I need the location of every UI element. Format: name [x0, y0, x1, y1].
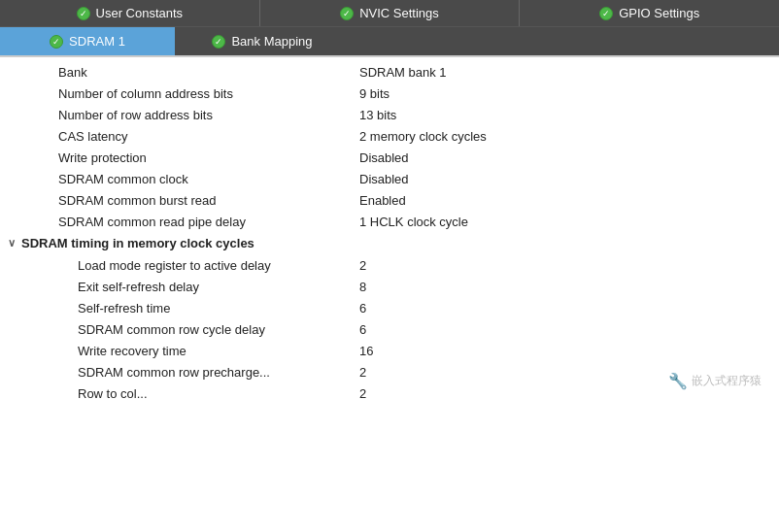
prop-label-burst-read: SDRAM common burst read: [58, 193, 359, 208]
sub-label-row-to-col: Row to col...: [78, 386, 359, 401]
sub-value-load-mode: 2: [359, 258, 366, 273]
table-row: SDRAM common read pipe delay 1 HCLK cloc…: [0, 211, 779, 232]
table-row: CAS latency 2 memory clock cycles: [0, 125, 779, 147]
table-row: SDRAM common row cycle delay 6: [0, 318, 779, 340]
sub-value-row-to-col: 2: [359, 386, 366, 401]
section-header-timing[interactable]: ∨ SDRAM timing in memory clock cycles: [0, 232, 779, 254]
prop-value-pipe-delay: 1 HCLK clock cycle: [359, 215, 468, 229]
prop-label-cas: CAS latency: [58, 129, 359, 144]
prop-value-cas: 2 memory clock cycles: [359, 129, 487, 144]
prop-value-col-bits: 9 bits: [359, 86, 390, 101]
sub-label-self-refresh-time: Self-refresh time: [78, 301, 359, 316]
tab-sdram1-label: SDRAM 1: [69, 34, 125, 49]
table-row: Number of row address bits 13 bits: [0, 104, 779, 125]
prop-value-row-bits: 13 bits: [359, 108, 396, 122]
sub-label-load-mode: Load mode register to active delay: [78, 258, 359, 273]
check-icon-user-constants: [77, 7, 90, 20]
prop-label-row-bits: Number of row address bits: [58, 108, 359, 122]
watermark-icon: 🔧: [668, 372, 688, 390]
tab-bank-mapping-label: Bank Mapping: [231, 34, 312, 49]
sub-value-self-refresh-time: 6: [359, 301, 366, 316]
sub-label-self-refresh-exit: Exit self-refresh delay: [78, 280, 359, 294]
tab-user-constants[interactable]: User Constants: [0, 0, 260, 26]
watermark-text: 嵌入式程序猿: [692, 373, 762, 389]
tab-gpio-settings-label: GPIO Settings: [619, 6, 699, 20]
table-row: Write protection Disabled: [0, 147, 779, 168]
content-area: Bank SDRAM bank 1 Number of column addre…: [0, 57, 779, 408]
watermark: 🔧 嵌入式程序猿: [668, 372, 762, 390]
top-tab-bar: User Constants NVIC Settings GPIO Settin…: [0, 0, 779, 27]
sub-label-write-recovery: Write recovery time: [78, 344, 359, 358]
table-row: Row to col... 2: [0, 382, 779, 404]
check-icon-sdram1: [50, 35, 63, 49]
prop-value-burst-read: Enabled: [359, 193, 406, 208]
second-tab-bar: SDRAM 1 Bank Mapping: [0, 27, 779, 57]
chevron-icon: ∨: [8, 237, 16, 249]
tab-gpio-settings[interactable]: GPIO Settings: [520, 0, 779, 26]
sub-value-row-precharge: 2: [359, 365, 366, 380]
table-row: SDRAM common row precharge... 2: [0, 361, 779, 382]
table-row: SDRAM common burst read Enabled: [0, 189, 779, 211]
sub-label-row-cycle: SDRAM common row cycle delay: [78, 322, 359, 337]
sub-value-self-refresh-exit: 8: [359, 280, 366, 294]
table-row: Exit self-refresh delay 8: [0, 276, 779, 297]
table-row: Number of column address bits 9 bits: [0, 83, 779, 104]
section-header-label: SDRAM timing in memory clock cycles: [21, 236, 254, 250]
prop-label-col-bits: Number of column address bits: [58, 86, 359, 101]
table-row: Bank SDRAM bank 1: [0, 61, 779, 83]
prop-value-write-prot: Disabled: [359, 150, 409, 165]
check-icon-nvic: [340, 7, 354, 20]
table-row: SDRAM common clock Disabled: [0, 168, 779, 189]
check-icon-gpio: [599, 7, 613, 20]
tab-bank-mapping[interactable]: Bank Mapping: [175, 27, 350, 55]
table-row: Load mode register to active delay 2: [0, 254, 779, 276]
prop-label-pipe-delay: SDRAM common read pipe delay: [58, 215, 359, 229]
sub-label-row-precharge: SDRAM common row precharge...: [78, 365, 359, 380]
tab-nvic-settings-label: NVIC Settings: [359, 6, 439, 20]
sub-value-write-recovery: 16: [359, 344, 373, 358]
prop-value-sdram-clock: Disabled: [359, 172, 409, 186]
prop-label-sdram-clock: SDRAM common clock: [58, 172, 359, 186]
check-icon-bank-mapping: [212, 35, 225, 49]
prop-label-bank: Bank: [58, 65, 359, 80]
prop-value-bank: SDRAM bank 1: [359, 65, 447, 80]
table-row: Self-refresh time 6: [0, 297, 779, 318]
tab-sdram1[interactable]: SDRAM 1: [0, 27, 175, 55]
sub-value-row-cycle: 6: [359, 322, 366, 337]
table-row: Write recovery time 16: [0, 340, 779, 361]
tab-nvic-settings[interactable]: NVIC Settings: [260, 0, 521, 26]
tab-user-constants-label: User Constants: [96, 6, 184, 20]
prop-label-write-prot: Write protection: [58, 150, 359, 165]
